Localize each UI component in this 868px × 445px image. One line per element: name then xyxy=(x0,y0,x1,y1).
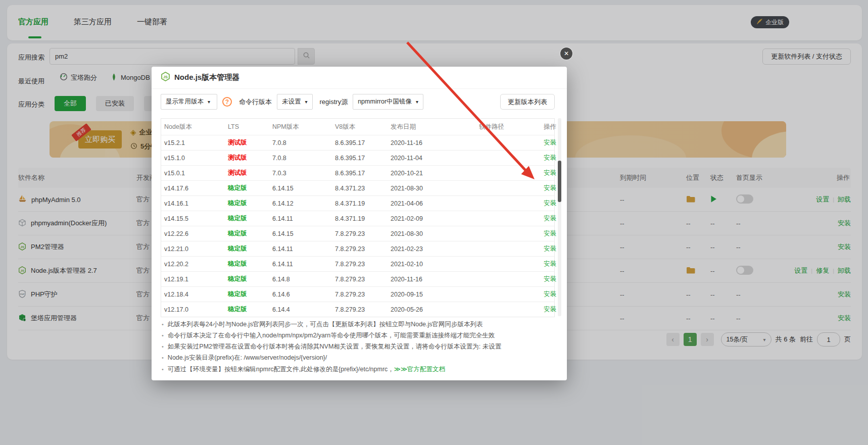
v8-version: 7.8.279.23 xyxy=(335,306,391,313)
v8-version: 8.4.371.23 xyxy=(335,185,391,192)
node-column-header: LTS xyxy=(228,123,272,130)
install-cell: 安装 xyxy=(536,154,558,162)
chevron-down-icon: ▾ xyxy=(416,99,418,105)
v8-version: 7.8.279.23 xyxy=(335,230,391,237)
npm-version: 6.14.15 xyxy=(272,185,335,192)
install-link[interactable]: 安装 xyxy=(544,245,556,252)
nodejs-icon: JS xyxy=(161,72,170,83)
help-icon[interactable]: ? xyxy=(222,97,232,107)
install-link[interactable]: 安装 xyxy=(544,260,556,267)
node-version: v15.0.1 xyxy=(164,170,228,177)
release-date: 2020-09-15 xyxy=(391,291,479,298)
install-cell: 安装 xyxy=(536,275,558,283)
npm-version: 6.14.11 xyxy=(272,215,335,222)
node-version: v15.1.0 xyxy=(164,155,228,162)
release-date: 2020-10-21 xyxy=(391,170,479,177)
v8-version: 8.4.371.19 xyxy=(335,200,391,207)
modal-scrollbar-track[interactable] xyxy=(558,118,561,316)
install-link[interactable]: 安装 xyxy=(544,275,556,282)
modal-scrollbar-thumb[interactable] xyxy=(558,161,561,202)
install-cell: 安装 xyxy=(536,214,558,223)
node-versions-table: Node版本LTSNPM版本V8版本发布日期软件路径操作 v15.2.1测试版7… xyxy=(161,118,555,317)
node-version-row: v14.16.1稳定版6.14.128.4.371.192021-04-06安装 xyxy=(161,195,554,211)
install-link[interactable]: 安装 xyxy=(544,230,556,237)
cli-version-value: 未设置 xyxy=(282,97,301,106)
node-column-header: Node版本 xyxy=(164,123,228,131)
npm-version: 6.14.8 xyxy=(272,276,335,283)
update-version-list-button[interactable]: 更新版本列表 xyxy=(500,94,555,110)
node-version: v12.18.4 xyxy=(164,291,228,298)
release-date: 2021-02-23 xyxy=(391,245,479,253)
modal-note: 此版本列表每24小时与Node.js官网列表同步一次，可点击【更新版本列表】按钮… xyxy=(162,321,556,328)
node-version-row: v12.21.0稳定版6.14.117.8.279.232021-02-23安装 xyxy=(161,241,554,256)
node-version-row: v12.22.6稳定版6.14.157.8.279.232021-08-30安装 xyxy=(161,226,554,241)
node-version-row: v12.17.0稳定版6.14.47.8.279.232020-05-26安装 xyxy=(161,302,554,317)
npm-version: 6.14.15 xyxy=(272,230,335,237)
lts-badge: 稳定版 xyxy=(228,199,272,208)
nodejs-version-manager-modal: JS Node.js版本管理器 显示常用版本 ▾ ? 命令行版本 未设置 ▾ r… xyxy=(152,67,567,380)
release-date: 2021-08-30 xyxy=(391,230,479,237)
lts-badge: 稳定版 xyxy=(228,214,272,223)
node-column-header: 发布日期 xyxy=(391,123,479,131)
install-cell: 安装 xyxy=(536,138,558,147)
node-version: v12.21.0 xyxy=(164,245,228,253)
modal-notes: 此版本列表每24小时与Node.js官网列表同步一次，可点击【更新版本列表】按钮… xyxy=(162,321,556,377)
registry-select[interactable]: npmmirror中国镜像 ▾ xyxy=(353,94,423,110)
install-cell: 安装 xyxy=(536,169,558,177)
release-date: 2021-02-09 xyxy=(391,215,479,222)
cli-version-select[interactable]: 未设置 ▾ xyxy=(277,94,313,110)
v8-version: 7.8.279.23 xyxy=(335,276,391,283)
install-link[interactable]: 安装 xyxy=(544,154,556,161)
install-link[interactable]: 安装 xyxy=(544,215,556,222)
svg-text:JS: JS xyxy=(163,75,168,79)
node-version: v12.22.6 xyxy=(164,230,228,237)
v8-version: 7.8.279.23 xyxy=(335,261,391,268)
lts-badge: 稳定版 xyxy=(228,244,272,253)
release-date: 2020-11-16 xyxy=(391,139,479,146)
app-store-page: 官方应用第三方应用一键部署 企业版 应用搜索 更新软件列表 / 支付状态 最近使… xyxy=(0,0,868,445)
version-filter-select[interactable]: 显示常用版本 ▾ xyxy=(161,94,217,110)
lts-badge: 稳定版 xyxy=(228,275,272,283)
node-column-header: 操作 xyxy=(536,123,558,131)
modal-header: JS Node.js版本管理器 xyxy=(152,67,567,89)
install-link[interactable]: 安装 xyxy=(544,200,556,207)
install-link[interactable]: 安装 xyxy=(544,139,556,146)
lts-badge: 稳定版 xyxy=(228,229,272,238)
install-link[interactable]: 安装 xyxy=(544,169,556,176)
registry-value: npmmirror中国镜像 xyxy=(358,97,412,106)
node-version-row: v15.1.0测试版7.0.88.6.395.172020-11-04安装 xyxy=(161,150,554,165)
install-link[interactable]: 安装 xyxy=(544,290,556,298)
node-version: v12.20.2 xyxy=(164,261,228,268)
install-cell: 安装 xyxy=(536,260,558,268)
node-versions-header: Node版本LTSNPM版本V8版本发布日期软件路径操作 xyxy=(161,119,554,135)
node-column-header: NPM版本 xyxy=(272,123,335,131)
modal-note: 可通过【环境变量】按钮来编辑npmrc配置文件,此处修改的是{prefix}/e… xyxy=(162,366,556,373)
lts-badge: 稳定版 xyxy=(228,260,272,268)
npm-version: 6.14.4 xyxy=(272,306,335,313)
npm-version: 6.14.12 xyxy=(272,200,335,207)
cli-version-label: 命令行版本 xyxy=(239,97,272,107)
install-link[interactable]: 安装 xyxy=(544,306,556,313)
v8-version: 8.6.395.17 xyxy=(335,155,391,162)
node-version: v14.17.6 xyxy=(164,185,228,192)
version-filter-value: 显示常用版本 xyxy=(166,97,204,106)
node-version: v14.16.1 xyxy=(164,200,228,207)
close-icon[interactable]: ✕ xyxy=(560,47,572,60)
node-version: v12.17.0 xyxy=(164,306,228,313)
install-cell: 安装 xyxy=(536,184,558,192)
release-date: 2021-04-06 xyxy=(391,200,479,207)
install-link[interactable]: 安装 xyxy=(544,184,556,191)
lts-badge: 测试版 xyxy=(228,154,272,162)
modal-note: 命令行版本决定了在命令行中输入node/npm/npx/pm2/yarn等命令使… xyxy=(162,332,556,339)
modal-note: 如果安装过PM2管理器在设置命令行版本时将会清除其NVM相关设置，要恢复相关设置… xyxy=(162,343,556,350)
node-version-row: v12.19.1稳定版6.14.87.8.279.232020-11-16安装 xyxy=(161,271,554,286)
v8-version: 7.8.279.23 xyxy=(335,291,391,298)
official-doc-link[interactable]: ≫≫官方配置文档 xyxy=(394,366,445,373)
lts-badge: 测试版 xyxy=(228,169,272,177)
modal-title: Node.js版本管理器 xyxy=(174,73,239,82)
node-column-header: V8版本 xyxy=(335,123,391,131)
node-version-row: v12.20.2稳定版6.14.117.8.279.232021-02-10安装 xyxy=(161,256,554,271)
v8-version: 7.8.279.23 xyxy=(335,245,391,253)
node-version: v14.15.5 xyxy=(164,215,228,222)
node-version-row: v14.15.5稳定版6.14.118.4.371.192021-02-09安装 xyxy=(161,211,554,226)
